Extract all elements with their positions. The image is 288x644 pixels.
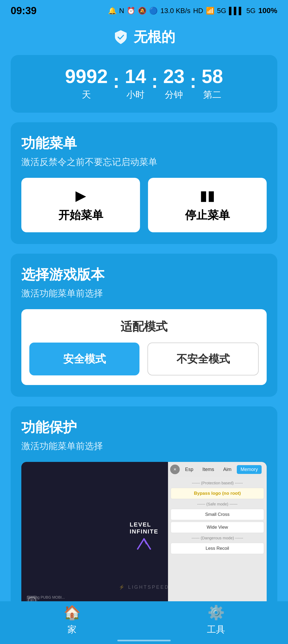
signal-5g-icon: 5G (217, 7, 226, 15)
hd-icon: HD (193, 7, 203, 15)
timer-seconds-section: 58 第二 (202, 67, 223, 101)
status-icons: 🔔 N ⏰ 🔕 🔵 13.0 KB/s HD 📶 5G ▌▌▌ 5G 100% (108, 6, 277, 15)
version-card-title: 选择游戏版本 (21, 265, 267, 284)
status-time: 09:39 (11, 5, 37, 17)
version-card: 选择游戏版本 激活功能菜单前选择 适配模式 安全模式 不安全模式 (11, 254, 277, 397)
level-infinite-wordmark: LEVELINFINITE (130, 521, 158, 535)
alarm-icon: ⏰ (127, 7, 135, 15)
overlay-item-dangerous-header: ------ (Dangerous mode) ------ (171, 535, 264, 541)
stop-menu-label: 停止菜单 (185, 208, 230, 223)
menu-card: 功能菜单 激活反禁令之前不要忘记启动菜单 ▶ 开始菜单 ▮▮ 停止菜单 (11, 122, 277, 244)
bluetooth-icon: 🔵 (149, 7, 158, 15)
stop-menu-button[interactable]: ▮▮ 停止菜单 (148, 178, 267, 232)
unsafe-mode-button[interactable]: 不安全模式 (147, 343, 259, 375)
timer-minutes: 23 (163, 67, 185, 86)
overlay-tab-aim[interactable]: Aim (219, 465, 235, 474)
overlay-tab-setting[interactable]: Setting (263, 465, 267, 474)
safe-mode-button[interactable]: 安全模式 (29, 343, 139, 375)
pause-icon: ▮▮ (200, 187, 215, 203)
nav-tools[interactable]: ⚙️ 工具 (144, 604, 288, 641)
tools-label: 工具 (207, 623, 225, 636)
app-title: 无根的 (134, 28, 175, 46)
nav-home[interactable]: 🏠 家 (0, 604, 144, 641)
timer-days: 9992 (65, 67, 108, 86)
timer-days-section: 9992 天 (65, 67, 108, 101)
nav-indicator (117, 640, 171, 641)
overlay-tabs-row: × Esp Items Aim Memory Setting (168, 462, 267, 477)
bottom-nav: 🏠 家 ⚙️ 工具 (0, 601, 288, 644)
overlay-item-small-cross[interactable]: Small Cross (171, 509, 264, 520)
wifi-icon: 📶 (206, 7, 214, 15)
timer-hours-section: 14 小时 (125, 67, 146, 101)
notification-icon: 🔔 (108, 7, 117, 15)
protection-card: 功能保护 激活功能菜单前选择 LEVELINFINITE ⚡ L (11, 406, 277, 623)
battery-percentage: 100% (258, 6, 277, 15)
app-header: 无根的 (0, 21, 288, 55)
tools-icon: ⚙️ (207, 604, 225, 621)
overlay-panel: × Esp Items Aim Memory Setting ------ (P… (168, 462, 267, 611)
overlay-item-protection-header: ------ (Protection based) ------ (171, 480, 264, 486)
protection-image-wrapper: LEVELINFINITE ⚡ LIGHTSPEED Starting PUBG… (21, 462, 267, 611)
version-buttons-row: 安全模式 不安全模式 (29, 343, 259, 375)
game-screenshot: LEVELINFINITE ⚡ LIGHTSPEED Starting PUBG… (21, 462, 267, 611)
start-menu-button[interactable]: ▶ 开始菜单 (21, 178, 140, 232)
version-mode-title: 适配模式 (121, 319, 167, 335)
home-icon: 🏠 (63, 604, 81, 621)
timer-card: 9992 天 : 14 小时 : 23 分钟 : 58 第二 (11, 55, 277, 113)
timer-minutes-label: 分钟 (165, 89, 183, 101)
overlay-item-safe-header: ------ (Safe mode) ------ (171, 501, 264, 507)
timer-hours: 14 (125, 67, 146, 86)
signal-5g-2-icon: 5G (246, 7, 256, 15)
level-infinite-symbol-svg (135, 536, 153, 552)
protection-card-subtitle: 激活功能菜单前选择 (21, 440, 267, 452)
mute-icon: 🔕 (138, 7, 146, 15)
level-infinite-symbol-wrapper (135, 536, 153, 552)
shield-check-icon (113, 29, 129, 45)
home-label: 家 (67, 623, 77, 636)
overlay-item-less-recoil[interactable]: Less Recoil (171, 543, 264, 554)
timer-hours-label: 小时 (126, 89, 145, 101)
level-infinite-logo: LEVELINFINITE (130, 521, 158, 552)
menu-card-subtitle: 激活反禁令之前不要忘记启动菜单 (21, 156, 267, 168)
overlay-items-list: ------ (Protection based) ------ Bypass … (168, 477, 267, 611)
status-bar: 09:39 🔔 N ⏰ 🔕 🔵 13.0 KB/s HD 📶 5G ▌▌▌ 5G… (0, 0, 288, 21)
start-menu-label: 开始菜单 (58, 208, 103, 223)
timer-seconds-label: 第二 (203, 89, 221, 101)
timer-minutes-section: 23 分钟 (163, 67, 185, 101)
overlay-item-bypass-logo[interactable]: Bypass logo (no root) (171, 488, 264, 499)
timer-sep-2: : (151, 70, 158, 97)
main-content: 9992 天 : 14 小时 : 23 分钟 : 58 第二 功能菜单 激活反禁… (0, 55, 288, 644)
menu-buttons-row: ▶ 开始菜单 ▮▮ 停止菜单 (21, 178, 267, 232)
speed-text: 13.0 KB/s (160, 7, 190, 15)
timer-sep-1: : (113, 70, 119, 97)
overlay-tab-memory[interactable]: Memory (237, 465, 262, 474)
nfc-icon: N (119, 7, 124, 15)
protection-card-title: 功能保护 (21, 418, 267, 437)
version-card-subtitle: 激活功能菜单前选择 (21, 287, 267, 300)
play-icon: ▶ (75, 187, 86, 203)
version-inner-panel: 适配模式 安全模式 不安全模式 (21, 309, 267, 385)
overlay-item-wide-view[interactable]: Wide View (171, 522, 264, 533)
timer-sep-3: : (190, 70, 196, 97)
timer-seconds: 58 (202, 67, 223, 86)
overlay-close-button[interactable]: × (170, 465, 180, 474)
overlay-tab-items[interactable]: Items (199, 465, 218, 474)
signal-bars-icon: ▌▌▌ (229, 7, 243, 15)
menu-card-title: 功能菜单 (21, 134, 267, 153)
lightspeed-watermark: ⚡ LIGHTSPEED (119, 584, 169, 590)
timer-days-label: 天 (82, 89, 91, 101)
overlay-tab-esp[interactable]: Esp (181, 465, 197, 474)
